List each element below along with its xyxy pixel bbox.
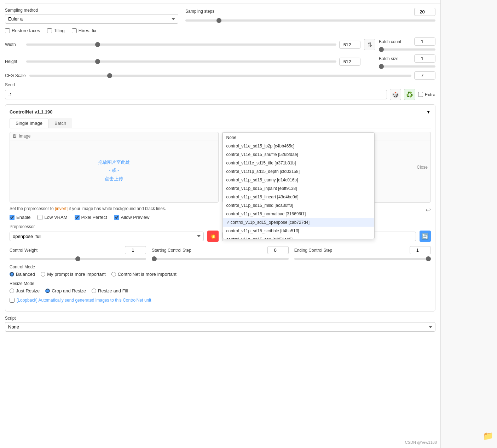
batch-size-slider[interactable]: [379, 65, 435, 68]
control-weight-slider[interactable]: [10, 258, 146, 260]
pixel-perfect-checkbox[interactable]: Pixel Perfect: [75, 215, 107, 220]
enable-checkbox[interactable]: Enable: [10, 215, 30, 220]
script-select[interactable]: None: [5, 322, 435, 332]
allow-preview-checkbox[interactable]: Allow Preview: [114, 215, 150, 220]
balanced-radio[interactable]: Balanced: [10, 272, 35, 277]
folder-area: 📁: [483, 431, 493, 441]
batch-count-label: Batch count: [379, 39, 401, 44]
height-input[interactable]: 512: [339, 58, 360, 66]
height-label: Height: [5, 59, 23, 64]
model-option-4[interactable]: control_v11f1p_sd15_depth [cfd03158]: [223, 167, 374, 176]
starting-step-input[interactable]: 0: [267, 246, 289, 254]
hires-fix-checkbox[interactable]: Hires. fix: [72, 28, 97, 33]
image-upload-panel[interactable]: 🖼 Image 拖放图片至此处 - 或 - 点击上传: [10, 132, 219, 203]
model-option-1[interactable]: control_v11e_sd15_ip2p [c4bb465c]: [223, 142, 374, 150]
model-dropdown-list: None control_v11e_sd15_ip2p [c4bb465c] c…: [223, 133, 374, 239]
cfg-scale-label: CFG Scale: [5, 73, 26, 78]
model-option-2[interactable]: control_v11e_sd15_shuffle [526bfdae]: [223, 150, 374, 159]
return-icon[interactable]: ↩: [426, 206, 431, 214]
model-option-11[interactable]: control_v11p_sd15_scribble [d4ba51ff]: [223, 227, 374, 235]
batch-size-input[interactable]: 1: [414, 54, 435, 63]
dice-icon-button[interactable]: 🎲: [390, 89, 401, 100]
upload-placeholder-line1: 拖放图片至此处: [98, 158, 130, 166]
model-option-12[interactable]: control_v11p_sd15_seg [e1f51eb9]: [223, 235, 374, 239]
batch-count-input[interactable]: 1: [414, 37, 435, 46]
preview-panel: 🖼 Preprocessor Preview Close None contro…: [222, 132, 431, 203]
top-border: [5, 4, 492, 4]
model-option-5[interactable]: control_v11p_sd15_canny [d14c016b]: [223, 176, 374, 184]
preprocessor-select[interactable]: openpose_full: [10, 232, 204, 241]
loopback-label: [Loopback] Automatically send generated …: [17, 298, 151, 303]
image-panel-header: Image: [19, 134, 30, 139]
model-dropdown-panel: None control_v11e_sd15_ip2p [c4bb465c] c…: [223, 132, 375, 239]
model-option-3[interactable]: control_v11f1e_sd15_tile [a371b31b]: [223, 159, 374, 167]
model-option-7[interactable]: control_v11p_sd15_lineart [43d4be0d]: [223, 193, 374, 201]
sampling-steps-slider[interactable]: [185, 19, 435, 22]
model-option-6[interactable]: control_v11p_sd15_inpaint [ebff9138]: [223, 184, 374, 193]
close-preview-button[interactable]: Close: [417, 165, 428, 170]
sampling-steps-input[interactable]: 20: [414, 8, 435, 16]
reload-model-button[interactable]: 🔄: [420, 231, 431, 242]
upload-placeholder-line2: - 或 -: [109, 166, 119, 174]
controlnet-title: ControlNet v1.1.190: [10, 109, 52, 115]
ending-step-label: Ending Control Step: [294, 248, 332, 253]
swap-dimensions-button[interactable]: ⇅: [364, 39, 375, 50]
tab-batch[interactable]: Batch: [48, 118, 72, 128]
explode-button[interactable]: 💥: [207, 231, 219, 242]
width-label: Width: [5, 42, 23, 47]
controlnet-collapse-button[interactable]: ▼: [426, 109, 431, 115]
prompt-more-important-radio[interactable]: My prompt is more important: [41, 272, 105, 277]
cfg-scale-slider[interactable]: [29, 75, 411, 77]
starting-step-slider[interactable]: [152, 258, 288, 260]
seed-input[interactable]: -1: [5, 90, 387, 99]
batch-size-label: Batch size: [379, 56, 398, 61]
folder-icon[interactable]: 📁: [483, 431, 493, 441]
just-resize-radio[interactable]: Just Resize: [10, 288, 40, 293]
batch-count-slider[interactable]: [379, 48, 435, 51]
sampling-method-select[interactable]: Euler a: [5, 14, 178, 24]
width-slider[interactable]: [26, 43, 336, 46]
tiling-checkbox[interactable]: Tiling: [47, 28, 65, 33]
seed-label: Seed: [5, 82, 435, 87]
right-panel: 📁: [440, 0, 497, 448]
controlnet-section: ControlNet v1.1.190 ▼ Single Image Batch…: [5, 104, 435, 312]
width-input[interactable]: 512: [339, 41, 360, 49]
controlnet-more-important-radio[interactable]: ControlNet is more important: [111, 272, 177, 277]
sampling-steps-label: Sampling steps: [185, 9, 214, 14]
controlnet-tabs: Single Image Batch: [10, 118, 431, 128]
height-slider[interactable]: [26, 60, 336, 63]
crop-resize-radio[interactable]: Crop and Resize: [45, 288, 86, 293]
resize-fill-radio[interactable]: Resize and Fill: [92, 288, 128, 293]
control-weight-input[interactable]: 1: [125, 246, 146, 254]
recycle-icon-button[interactable]: ♻️: [404, 89, 415, 100]
cfg-scale-input[interactable]: 7: [414, 71, 435, 80]
model-option-10[interactable]: ✓control_v11p_sd15_openpose [cab727d4]: [223, 218, 374, 227]
control-weight-label: Control Weight: [10, 248, 37, 253]
resize-mode-label: Resize Mode: [10, 281, 431, 286]
low-vram-checkbox[interactable]: Low VRAM: [37, 215, 67, 220]
model-option-9[interactable]: control_v11p_sd15_normalbae [316696f1]: [223, 210, 374, 218]
script-label: Script: [5, 316, 435, 321]
tab-single-image[interactable]: Single Image: [10, 118, 48, 128]
control-mode-label: Control Mode: [10, 264, 431, 269]
extra-checkbox[interactable]: Extra: [418, 92, 435, 97]
upload-placeholder-line3: 点击上传: [105, 175, 123, 183]
sampling-method-label: Sampling method: [5, 8, 178, 13]
model-option-8[interactable]: control_v11p_sd15_mlsd [aca30ff0]: [223, 201, 374, 210]
starting-step-label: Starting Control Step: [152, 248, 191, 253]
model-option-none[interactable]: None: [223, 133, 374, 142]
ending-step-slider[interactable]: [294, 258, 431, 260]
restore-faces-checkbox[interactable]: Restore faces: [5, 28, 40, 33]
watermark: CSDN @Yew1168: [405, 440, 437, 444]
ending-step-input[interactable]: 1: [410, 246, 431, 254]
loopback-checkbox[interactable]: [Loopback] Automatically send generated …: [10, 298, 431, 303]
